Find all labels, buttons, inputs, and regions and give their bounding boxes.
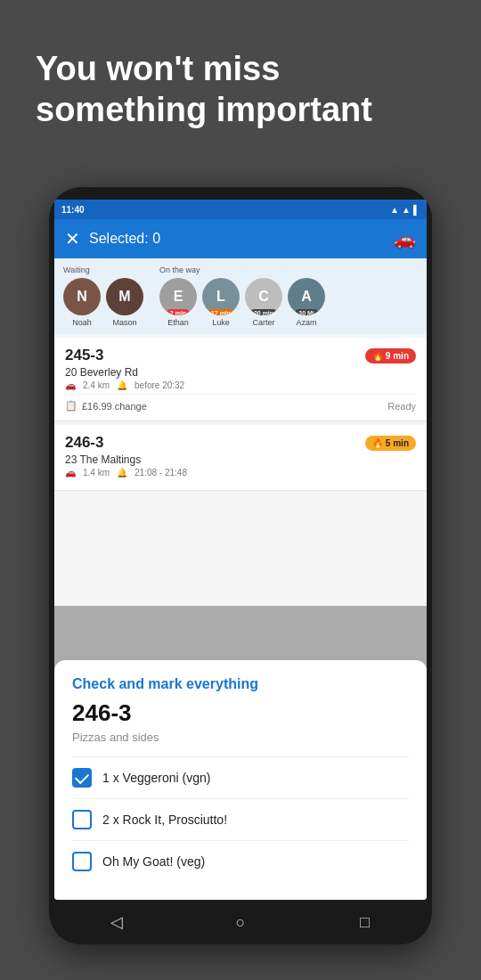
order-245-price: £16.99 change <box>82 401 147 412</box>
driver-mason-name: Mason <box>112 318 136 327</box>
item-label-2: Oh My Goat! (veg) <box>102 854 205 869</box>
status-bar: 11:40 ▲ ▲ ▌ <box>54 200 427 219</box>
close-button[interactable]: ✕ <box>65 228 80 249</box>
modal-item-0[interactable]: 1 x Veggeroni (vgn) <box>72 756 409 798</box>
battery-icon: ▌ <box>413 205 420 215</box>
nav-home-button[interactable]: ○ <box>223 904 258 940</box>
order-245-status: Ready <box>387 401 416 412</box>
signal-icon: ▲ <box>390 205 399 215</box>
driver-noah-name: Noah <box>72 318 92 327</box>
car-small-icon-2: 🚗 <box>65 468 76 478</box>
waiting-label: Waiting <box>63 265 152 274</box>
order-245-badge: 🔥 9 min <box>365 348 416 363</box>
wallet-icon: 📋 <box>65 400 77 412</box>
status-icons: ▲ ▲ ▌ <box>390 205 420 215</box>
driver-azam-name: Azam <box>296 318 316 327</box>
clock-icon: 🔔 <box>117 380 127 390</box>
modal-subtitle: Pizzas and sides <box>72 731 409 744</box>
order-246-meta: 🚗 1.4 km 🔔 21:08 - 21:48 <box>65 468 416 478</box>
driver-carter-name: Carter <box>252 318 274 327</box>
driver-luke[interactable]: L 17 min Luke <box>202 278 240 327</box>
item-label-0: 1 x Veggeroni (vgn) <box>102 771 210 785</box>
order-245-number: 245-3 <box>65 347 103 364</box>
checkbox-2[interactable] <box>72 852 92 871</box>
modal-check-label: Check and mark everything <box>72 676 409 692</box>
onway-label: On the way <box>159 265 418 274</box>
order-246-address: 23 The Maltings <box>65 453 416 466</box>
driver-section: Waiting N Noah M Mason On the way <box>54 258 427 334</box>
wifi-icon: ▲ <box>402 205 411 215</box>
checkbox-0[interactable] <box>72 768 92 788</box>
order-card-246[interactable]: 246-3 🔥 5 min 23 The Maltings 🚗 1.4 km 🔔… <box>54 425 427 491</box>
order-246-time: 21:08 - 21:48 <box>135 468 187 478</box>
phone-screen: 11:40 ▲ ▲ ▌ ✕ Selected: 0 🚗 Waiting N No… <box>54 200 427 900</box>
nav-back-button[interactable]: ◁ <box>99 904 135 940</box>
order-245-meta: 🚗 2.4 km 🔔 before 20:32 <box>65 380 416 390</box>
top-bar: ✕ Selected: 0 🚗 <box>54 219 427 258</box>
clock-icon-2: 🔔 <box>117 468 127 478</box>
order-245-time: before 20:32 <box>135 380 184 390</box>
order-245-address: 20 Beverley Rd <box>65 366 416 379</box>
driver-luke-name: Luke <box>212 318 230 327</box>
modal-order-number: 246-3 <box>72 699 409 727</box>
ethan-badge: 2 min <box>167 309 190 315</box>
driver-azam[interactable]: A 30 Mi Azam <box>288 278 325 327</box>
order-246-distance: 1.4 km <box>83 468 110 478</box>
phone-frame: 11:40 ▲ ▲ ▌ ✕ Selected: 0 🚗 Waiting N No… <box>49 187 432 944</box>
selected-label: Selected: 0 <box>89 231 385 247</box>
modal-item-2[interactable]: Oh My Goat! (veg) <box>72 840 409 882</box>
azam-badge: 30 Mi <box>295 309 318 315</box>
order-card-245[interactable]: 245-3 🔥 9 min 20 Beverley Rd 🚗 2.4 km 🔔 … <box>54 338 427 421</box>
modal-item-1[interactable]: 2 x Rock It, Prosciutto! <box>72 798 409 840</box>
driver-carter[interactable]: C 20 min Carter <box>245 278 282 327</box>
nav-recent-button[interactable]: □ <box>346 904 382 940</box>
driver-ethan-name: Ethan <box>167 318 189 327</box>
order-246-badge: 🔥 5 min <box>365 436 416 451</box>
item-label-1: 2 x Rock It, Prosciutto! <box>102 813 227 827</box>
driver-mason[interactable]: M Mason <box>106 278 143 327</box>
car-small-icon: 🚗 <box>65 380 76 390</box>
hero-text: You won't miss something important <box>36 49 445 130</box>
luke-badge: 17 min <box>208 309 234 315</box>
checkbox-1[interactable] <box>72 810 92 829</box>
order-246-number: 246-3 <box>65 434 103 452</box>
car-icon[interactable]: 🚗 <box>394 228 416 249</box>
status-time: 11:40 <box>61 205 85 215</box>
order-245-distance: 2.4 km <box>83 380 110 390</box>
carter-badge: 20 min <box>250 309 277 315</box>
phone-nav: ◁ ○ □ <box>54 900 427 944</box>
driver-ethan[interactable]: E 2 min Ethan <box>159 278 197 327</box>
modal-sheet: Check and mark everything 246-3 Pizzas a… <box>54 660 427 900</box>
driver-noah[interactable]: N Noah <box>63 278 101 327</box>
